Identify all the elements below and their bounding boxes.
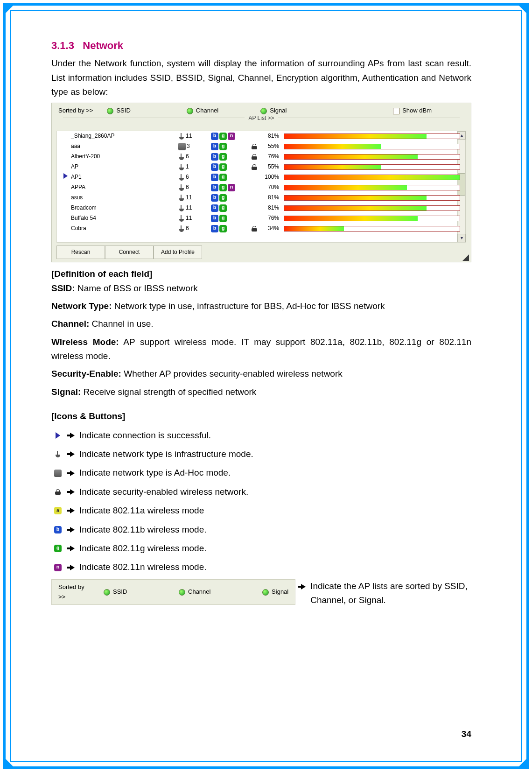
ap-signal-bar: [284, 205, 466, 211]
radio-ssid-icon: [107, 108, 113, 114]
arrow-right-icon: [70, 489, 75, 495]
sort-col-ssid[interactable]: SSID: [107, 106, 130, 116]
mode-b-icon: b: [211, 194, 218, 202]
sorted-by-signal[interactable]: Signal: [262, 587, 288, 597]
radio-channel-icon: [179, 589, 185, 596]
infrastructure-icon: [178, 174, 185, 181]
arrow-right-icon: [70, 527, 75, 533]
ap-channel: 6: [178, 183, 211, 192]
ap-row[interactable]: _Shiang_2860AP11bgn81%: [57, 131, 466, 141]
show-dbm-checkbox[interactable]: Show dBm: [393, 106, 432, 116]
adhoc-icon: [54, 470, 62, 477]
ap-signal-bar: [284, 195, 466, 201]
ap-channel: 6: [178, 224, 211, 233]
icon-legend-row: gIndicate 802.11g wireless mode.: [51, 541, 471, 555]
ap-row[interactable]: Broadcom11bg81%: [57, 203, 466, 213]
adhoc-icon: [178, 143, 186, 150]
ap-row[interactable]: APPA6bgn70%: [57, 182, 466, 193]
ap-row[interactable]: AP16bg100%: [57, 172, 466, 182]
ap-row[interactable]: asus11bg81%: [57, 193, 466, 203]
radio-signal-icon: [262, 589, 269, 596]
page-number: 34: [462, 727, 471, 741]
mode-b-icon: b: [54, 526, 62, 533]
icon-legend-text: Indicate 802.11a wireless mode: [79, 504, 204, 518]
lock-icon: [55, 489, 61, 495]
infrastructure-icon: [178, 215, 185, 222]
definition-line: Network Type: Network type in use, infra…: [51, 299, 471, 313]
section-title: 3.1.3 Network: [51, 37, 471, 54]
sorted-by-ssid[interactable]: SSID: [104, 587, 127, 597]
ap-modes: bg: [211, 163, 248, 171]
mode-g-icon: g: [219, 143, 227, 150]
infrastructure-icon: [178, 184, 185, 191]
ap-signal-percent: 81%: [260, 204, 284, 212]
mode-g-icon: g: [219, 204, 227, 212]
lock-icon: [252, 226, 257, 232]
ap-modes: bg: [211, 194, 248, 202]
ap-channel: 11: [178, 193, 211, 202]
mode-b-icon: b: [211, 163, 218, 171]
ap-ssid: AP1: [71, 173, 178, 182]
connected-indicator: [63, 173, 71, 182]
mode-g-icon: g: [219, 153, 227, 161]
add-to-profile-button[interactable]: Add to Profile: [154, 246, 202, 259]
ap-ssid: asus: [71, 193, 178, 202]
ap-ssid: Buffalo 54: [71, 214, 178, 223]
mode-g-icon: g: [219, 133, 227, 140]
ap-row[interactable]: AP1bg55%: [57, 162, 466, 172]
icons-heading: [Icons & Buttons]: [51, 409, 471, 423]
infrastructure-icon: [55, 451, 61, 457]
icon-legend-row: nIndicate 802.11n wireless mode.: [51, 560, 471, 574]
lock-icon: [252, 144, 257, 149]
icon-legend-row: Indicate network type is Ad-Hoc mode.: [51, 466, 471, 480]
ap-row[interactable]: Buffalo 5411bg76%: [57, 213, 466, 224]
ap-channel: 11: [178, 204, 211, 212]
scroll-down-button[interactable]: ▾: [457, 234, 466, 242]
checkbox-icon: [393, 108, 399, 114]
ap-channel: 3: [178, 142, 211, 151]
sorted-by-strip-label: Sorted by >>: [58, 583, 85, 602]
radio-channel-icon: [187, 108, 193, 114]
ap-list[interactable]: ▴ ▾ _Shiang_2860AP11bgn81%aaa3bg55%Alber…: [56, 131, 466, 243]
resize-grip-icon[interactable]: [462, 254, 469, 261]
ap-signal-bar: [284, 144, 466, 149]
icon-legend-text: Indicate 802.11n wireless mode.: [79, 560, 207, 574]
mode-b-icon: b: [211, 174, 218, 181]
mode-g-icon: g: [219, 225, 227, 232]
ap-buttons-row: Rescan Connect Add to Profile: [52, 245, 471, 262]
infrastructure-icon: [178, 164, 185, 170]
ap-security: [248, 144, 260, 149]
arrow-right-icon: [70, 565, 75, 570]
definition-line: SSID: Name of BSS or IBSS network: [51, 281, 471, 295]
ap-signal-percent: 100%: [260, 173, 284, 182]
ap-list-header-label: AP List >>: [245, 115, 278, 121]
ap-signal-percent: 76%: [260, 214, 284, 223]
mode-b-icon: b: [211, 204, 218, 212]
intro-paragraph: Under the Network function, system will …: [51, 56, 471, 99]
icon-legend-text: Indicate network type is Ad-Hoc mode.: [79, 466, 231, 480]
ap-signal-bar: [284, 133, 466, 139]
ap-modes: bgn: [211, 184, 248, 191]
ap-signal-percent: 55%: [260, 142, 284, 151]
sorted-by-channel[interactable]: Channel: [179, 587, 210, 597]
arrow-right-icon: [70, 546, 75, 551]
infrastructure-icon: [178, 133, 185, 140]
ap-signal-percent: 76%: [260, 152, 284, 161]
show-dbm-label: Show dBm: [402, 106, 432, 116]
icon-legend-text: Indicate network type is infrastructure …: [79, 447, 253, 461]
sort-col-channel[interactable]: Channel: [187, 106, 218, 116]
ap-row[interactable]: Cobra6bg34%: [57, 224, 466, 234]
mode-g-icon: g: [219, 215, 227, 222]
sorted-by-label: Sorted by >>: [58, 106, 93, 116]
mode-g-icon: g: [219, 184, 227, 191]
mode-b-icon: b: [211, 153, 218, 161]
ap-ssid: AlbertY-200: [71, 152, 178, 161]
connect-button[interactable]: Connect: [105, 246, 154, 259]
rescan-button[interactable]: Rescan: [56, 246, 105, 259]
ap-row[interactable]: aaa3bg55%: [57, 141, 466, 152]
lock-icon: [252, 154, 257, 160]
ap-list-header: Sorted by >> SSID Channel Signal Show dB…: [52, 103, 471, 116]
sort-strip-description: Indicate the AP lists are sorted by SSID…: [310, 579, 471, 608]
mode-b-icon: b: [211, 215, 218, 222]
ap-row[interactable]: AlbertY-2006bg76%: [57, 152, 466, 162]
